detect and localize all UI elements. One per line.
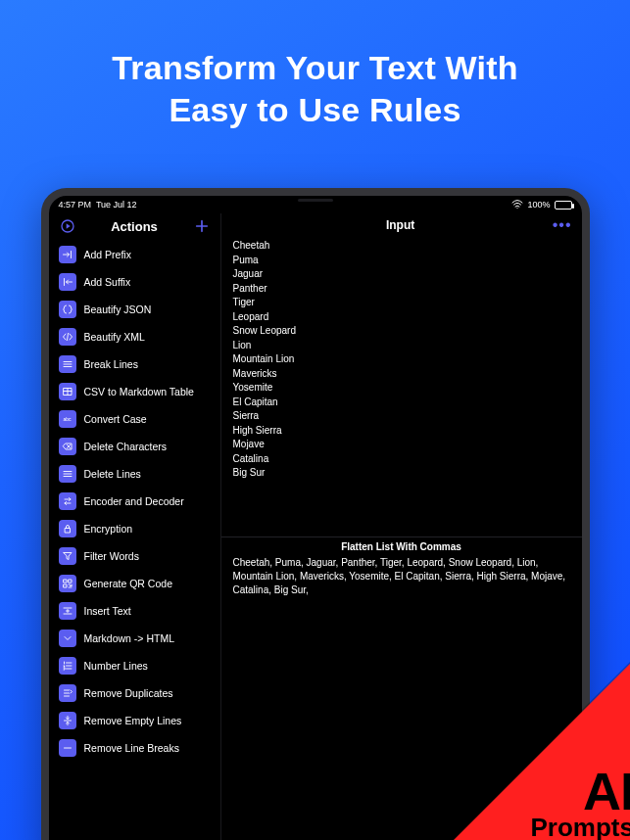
lines-icon <box>59 465 76 483</box>
battery-percent: 100% <box>527 200 550 210</box>
action-item[interactable]: Remove Duplicates <box>49 679 220 707</box>
action-item-label: Delete Characters <box>84 441 168 452</box>
ipad-frame: 4:57 PM Tue Jul 12 100% Actions Add Pref… <box>41 188 590 840</box>
sidebar-title: Actions <box>76 219 193 234</box>
action-item-label: CSV to Markdown Table <box>84 386 194 397</box>
hero-line-2: Easy to Use Rules <box>0 89 630 131</box>
action-item-label: Beautify XML <box>84 331 145 343</box>
funnel-icon <box>59 547 76 565</box>
hero-line-1: Transform Your Text With <box>0 47 630 89</box>
lock-icon <box>59 520 76 537</box>
result-output: Cheetah, Puma, Jaguar, Panther, Tiger, L… <box>221 556 582 597</box>
action-item[interactable]: Add Suffix <box>49 268 220 296</box>
qr-icon <box>59 575 76 592</box>
action-item-label: Number Lines <box>84 660 148 672</box>
status-time-date: 4:57 PM Tue Jul 12 <box>59 200 137 210</box>
svg-point-0 <box>517 207 518 208</box>
action-item[interactable]: Delete Characters <box>49 433 220 460</box>
action-item-label: Encoder and Decoder <box>84 495 184 507</box>
action-item-label: Markdown -> HTML <box>84 632 174 644</box>
action-item[interactable]: Break Lines <box>49 350 220 378</box>
compress-v-icon <box>59 712 76 729</box>
action-item[interactable]: Add Prefix <box>49 241 220 268</box>
minus-icon <box>59 739 76 757</box>
action-item[interactable]: CSV to Markdown Table <box>49 378 220 405</box>
hero-heading: Transform Your Text With Easy to Use Rul… <box>0 0 630 130</box>
action-item-label: Add Suffix <box>84 276 131 288</box>
backspace-icon <box>59 438 76 455</box>
action-item-label: Remove Empty Lines <box>84 715 182 726</box>
action-item-label: Remove Duplicates <box>84 687 173 699</box>
main-panel: Input ••• Cheetah Puma Jaguar Panther Ti… <box>221 213 582 840</box>
wifi-icon <box>511 200 523 210</box>
action-item-label: Encryption <box>84 523 133 535</box>
action-item-label: Remove Line Breaks <box>84 742 179 754</box>
svg-text:abc: abc <box>63 416 72 422</box>
input-textarea[interactable]: Cheetah Puma Jaguar Panther Tiger Leopar… <box>221 237 582 537</box>
abc-icon: abc <box>59 410 76 428</box>
status-bar: 4:57 PM Tue Jul 12 100% <box>49 196 582 213</box>
result-title: Flatten List With Commas <box>221 537 582 556</box>
action-item-label: Convert Case <box>84 413 147 425</box>
action-item[interactable]: Remove Line Breaks <box>49 734 220 762</box>
table-icon <box>59 383 76 400</box>
add-action-button[interactable] <box>193 217 211 235</box>
list-num-icon <box>59 657 76 675</box>
xml-tag-icon <box>59 328 76 346</box>
action-item-label: Generate QR Code <box>84 578 172 589</box>
action-item[interactable]: Generate QR Code <box>49 570 220 597</box>
action-item-label: Delete Lines <box>84 468 141 480</box>
more-menu-button[interactable]: ••• <box>553 217 572 233</box>
action-item[interactable]: Markdown -> HTML <box>49 625 220 652</box>
action-item[interactable]: Beautify JSON <box>49 296 220 323</box>
action-item[interactable]: Delete Lines <box>49 460 220 488</box>
action-item-label: Add Prefix <box>84 249 131 260</box>
action-item-label: Beautify JSON <box>84 303 152 315</box>
action-item[interactable]: Insert Text <box>49 597 220 625</box>
action-item[interactable]: abcConvert Case <box>49 405 220 433</box>
chevron-down-icon <box>59 630 76 647</box>
actions-sidebar: Actions Add PrefixAdd SuffixBeautify JSO… <box>49 213 221 840</box>
dedup-icon <box>59 684 76 702</box>
action-item-label: Break Lines <box>84 358 138 370</box>
action-item[interactable]: Remove Empty Lines <box>49 707 220 734</box>
action-item[interactable]: Encryption <box>49 515 220 542</box>
action-item-label: Filter Words <box>84 550 139 562</box>
action-item[interactable]: Encoder and Decoder <box>49 488 220 515</box>
arrow-right-end-icon <box>59 246 76 263</box>
input-title: Input <box>249 218 553 232</box>
swap-icon <box>59 492 76 510</box>
action-item[interactable]: Filter Words <box>49 542 220 570</box>
action-item[interactable]: Beautify XML <box>49 323 220 350</box>
action-item[interactable]: Number Lines <box>49 652 220 679</box>
play-settings-button[interactable] <box>59 217 76 235</box>
action-item-label: Insert Text <box>84 605 131 617</box>
lines-icon <box>59 355 76 373</box>
battery-icon <box>555 201 572 210</box>
braces-icon <box>59 301 76 318</box>
arrow-left-end-icon <box>59 273 76 291</box>
insert-icon <box>59 602 76 620</box>
